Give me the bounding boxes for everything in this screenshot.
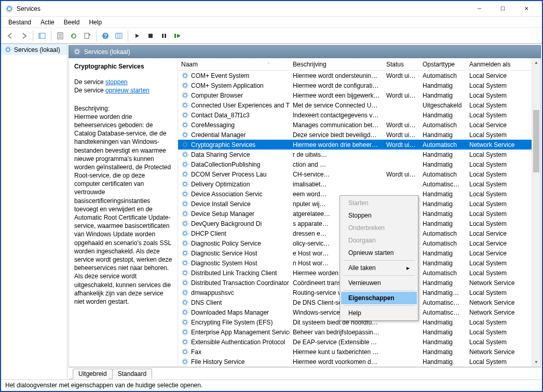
service-icon — [181, 101, 189, 109]
service-icon — [181, 151, 189, 158]
minimize-button[interactable]: ─ — [468, 2, 491, 16]
columns-button[interactable] — [113, 30, 125, 42]
service-row[interactable]: Cryptographic ServicesHiermee worden dri… — [178, 140, 532, 150]
service-row[interactable]: Enterprise App Management ServiceBeheer … — [178, 327, 532, 337]
service-logon: Local System — [466, 92, 523, 99]
help-button[interactable]: ? — [99, 30, 112, 42]
restart-service-line: De service opnieuw starten — [74, 86, 172, 94]
list-header: Naam⌃ Beschrijving Status Opstarttype Aa… — [178, 58, 532, 71]
properties-button[interactable] — [54, 30, 66, 42]
stop-link[interactable]: stoppen — [105, 78, 128, 86]
column-logon[interactable]: Aanmelden als — [466, 58, 523, 70]
service-name: Data Sharing Service — [191, 151, 250, 158]
service-row[interactable]: COM+ System ApplicationHiermee wordt de … — [178, 80, 532, 90]
service-row[interactable]: Data Sharing Servicer de uitwis…Handmati… — [178, 150, 532, 159]
cm-restart[interactable]: Opnieuw starten — [341, 247, 417, 259]
service-row[interactable]: FaxHiermee kunt u faxberichten ve…Handma… — [178, 347, 532, 357]
service-logon: Local System — [466, 358, 523, 366]
column-name[interactable]: Naam⌃ — [178, 58, 290, 70]
svg-rect-8 — [85, 33, 89, 38]
cm-start[interactable]: Starten — [341, 197, 417, 209]
service-icon — [181, 170, 189, 178]
service-startup: Automatisch… — [419, 299, 466, 306]
service-name: Encrypting File System (EFS) — [191, 319, 273, 326]
show-tree-button[interactable] — [36, 30, 48, 42]
service-row[interactable]: DataCollectionPublishingction and …Handm… — [178, 159, 532, 169]
menu-help[interactable]: Help — [85, 18, 106, 27]
tab-extended[interactable]: Uitgebreid — [73, 369, 113, 379]
stop-service-button[interactable] — [144, 30, 157, 42]
export-button[interactable] — [81, 30, 93, 42]
toolbar: ? — [1, 28, 542, 44]
menu-actie[interactable]: Actie — [36, 18, 59, 27]
service-row[interactable]: Extensible Authentication ProtocolDe EAP… — [178, 337, 532, 347]
menu-bestand[interactable]: Bestand — [4, 18, 35, 27]
service-name: DHCP Client — [191, 230, 226, 237]
service-row[interactable]: DCOM Server Process LauCH-service…Wordt … — [178, 169, 532, 179]
pause-service-button[interactable] — [158, 30, 170, 42]
scroll-up-button[interactable]: ▲ — [532, 58, 540, 67]
maximize-button[interactable]: ☐ — [491, 2, 514, 16]
service-name: Diagnostic Service Host — [191, 250, 257, 257]
service-row[interactable]: CoreMessagingManages communication betwe… — [178, 120, 532, 130]
column-status[interactable]: Status — [383, 58, 419, 70]
cm-resume[interactable]: Doorgaan — [341, 234, 417, 247]
service-status: Wordt ui… — [383, 131, 419, 139]
svg-point-52 — [183, 222, 187, 225]
close-button[interactable]: ✕ — [514, 2, 538, 16]
svg-point-38 — [183, 153, 187, 156]
service-row[interactable]: Connected User Experiences and T…Met de … — [178, 100, 532, 110]
restart-service-button[interactable] — [171, 30, 184, 42]
start-service-button[interactable] — [131, 30, 143, 42]
service-name: DevQuery Background Di — [191, 220, 262, 227]
tree-root-node[interactable]: Services (lokaal) — [1, 44, 67, 55]
service-row[interactable]: Contact Data_87f1c3Indexeert contactgege… — [178, 110, 532, 120]
cm-all-tasks[interactable]: Alle taken▸ — [341, 262, 417, 274]
svg-point-46 — [183, 192, 187, 196]
service-logon: Local System — [466, 131, 523, 139]
service-name: Distributed Transaction Coordinator — [191, 279, 289, 287]
service-row[interactable]: Computer BrowserHiermee wordt een bijgew… — [178, 90, 532, 100]
menu-beeld[interactable]: Beeld — [60, 18, 84, 27]
service-startup: Automatisch — [419, 141, 466, 148]
service-row[interactable]: COM+ Event SystemHiermee wordt ondersteu… — [178, 71, 532, 80]
svg-text:?: ? — [104, 33, 107, 39]
cm-separator — [343, 275, 415, 276]
column-startup[interactable]: Opstarttype — [419, 58, 466, 70]
service-logon: Local Service — [466, 72, 523, 79]
column-description[interactable]: Beschrijving — [290, 58, 383, 70]
tab-standard[interactable]: Standaard — [112, 369, 152, 379]
svg-point-80 — [183, 360, 187, 363]
service-desc: De EAP-service (Extensible Aut… — [290, 339, 383, 346]
cm-help[interactable]: Help — [341, 307, 417, 319]
cm-separator — [343, 290, 415, 291]
back-button[interactable] — [4, 30, 17, 42]
service-logon: Local System — [466, 181, 523, 188]
cm-properties[interactable]: Eigenschappen — [341, 292, 417, 304]
service-name: Distributed Link Tracking Client — [191, 269, 277, 277]
service-name: DNS Client — [191, 299, 222, 306]
service-icon — [181, 299, 189, 306]
service-row[interactable]: Credential ManagerDeze service biedt bev… — [178, 130, 532, 140]
scroll-down-button[interactable]: ▼ — [532, 358, 540, 367]
cm-refresh[interactable]: Vernieuwen — [341, 277, 417, 289]
service-icon — [181, 82, 189, 89]
refresh-button[interactable] — [67, 30, 80, 42]
service-row[interactable]: File History ServiceHiermee wordt voorko… — [178, 357, 532, 367]
scroll-thumb[interactable] — [533, 110, 539, 172]
cm-stop[interactable]: Stoppen — [341, 209, 417, 222]
svg-point-40 — [183, 163, 187, 166]
service-icon — [181, 279, 189, 287]
restart-link[interactable]: opnieuw starten — [105, 87, 150, 94]
service-logon: Local System — [466, 220, 523, 227]
service-name: Device Install Service — [191, 200, 251, 208]
service-name: Fax — [191, 348, 201, 356]
service-logon: Local System — [466, 269, 523, 277]
service-row[interactable]: Delivery Optimizationimalisatiet…Automat… — [178, 179, 532, 189]
cm-pause[interactable]: Onderbreken — [341, 222, 417, 234]
service-startup: Handmatig — [419, 279, 466, 287]
svg-rect-11 — [116, 33, 122, 38]
vertical-scrollbar[interactable]: ▲ ▼ — [532, 58, 540, 367]
forward-button[interactable] — [18, 30, 30, 42]
service-logon: Local System — [466, 112, 523, 119]
